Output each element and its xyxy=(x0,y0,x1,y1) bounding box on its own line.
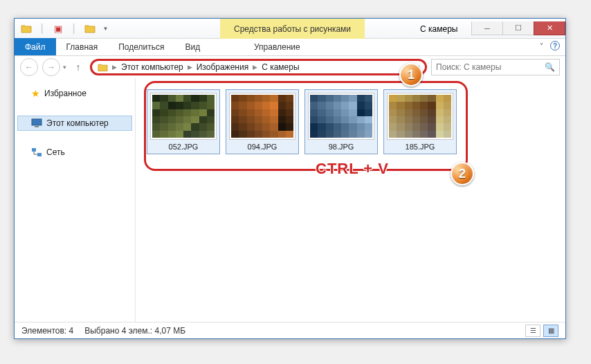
annotation-marker-1: 1 xyxy=(399,63,423,87)
thumbnail-image xyxy=(387,93,453,140)
status-bar: Элементов: 4 Выбрано 4 элем.: 4,07 МБ ☰ … xyxy=(15,322,565,338)
minimize-button[interactable]: ─ xyxy=(471,21,503,35)
file-name: 094.JPG xyxy=(248,143,278,151)
folder-icon xyxy=(20,23,32,35)
back-button[interactable]: ← xyxy=(20,58,38,76)
file-thumbnails: 052.JPG 094.JPG 98.JPG 185.JPG xyxy=(144,84,565,160)
status-selection: Выбрано 4 элем.: 4,07 МБ xyxy=(84,326,185,336)
thumbnail-image xyxy=(150,93,217,140)
contextual-tab-group: Средства работы с рисунками С камеры xyxy=(220,19,471,39)
qa-separator: | xyxy=(36,23,48,35)
navigation-pane: ★ Избранное Этот компьютер Сеть xyxy=(15,78,136,322)
computer-icon xyxy=(31,118,42,128)
window-controls: ─ ☐ ✕ xyxy=(472,21,565,35)
nav-this-pc[interactable]: Этот компьютер xyxy=(17,116,132,131)
close-button[interactable]: ✕ xyxy=(534,21,565,35)
manage-tab[interactable]: Управление xyxy=(244,38,311,55)
quick-access-toolbar: | ▣ | ▼ xyxy=(15,23,117,35)
file-item[interactable]: 094.JPG xyxy=(226,89,299,154)
status-item-count: Элементов: 4 xyxy=(21,326,73,336)
properties-icon[interactable]: ▣ xyxy=(52,23,64,35)
annotation-marker-2: 2 xyxy=(451,162,474,185)
file-name: 98.JPG xyxy=(329,143,354,151)
star-icon: ★ xyxy=(31,88,40,99)
ribbon-tabs: Файл Главная Поделиться Вид Управление ˅… xyxy=(15,39,565,56)
search-input[interactable] xyxy=(436,62,542,72)
file-item[interactable]: 185.JPG xyxy=(383,89,457,154)
chevron-right-icon[interactable]: ▶ xyxy=(251,64,259,71)
nav-label: Этот компьютер xyxy=(46,118,109,128)
home-tab[interactable]: Главная xyxy=(56,38,109,55)
annotation-text: CTRL + V xyxy=(316,160,389,178)
nav-label: Сеть xyxy=(46,147,65,157)
explorer-window: | ▣ | ▼ Средства работы с рисунками С ка… xyxy=(14,18,566,339)
breadcrumb-current[interactable]: С камеры xyxy=(262,62,299,72)
picture-tools-tab-header: Средства работы с рисунками xyxy=(220,19,365,39)
nav-network[interactable]: Сеть xyxy=(17,145,132,160)
content-area[interactable]: 052.JPG 094.JPG 98.JPG 185.JPG CTRL + V xyxy=(136,78,565,322)
navigation-toolbar: ← → ▾ ↑ ▶ Этот компьютер ▶ Изображения ▶… xyxy=(15,56,565,78)
maximize-button[interactable]: ☐ xyxy=(502,21,534,35)
file-name: 185.JPG xyxy=(406,143,435,151)
qa-dropdown-icon[interactable]: ▼ xyxy=(100,23,111,35)
svg-rect-3 xyxy=(37,153,42,156)
search-box[interactable]: 🔍 xyxy=(431,59,560,75)
nav-label: Избранное xyxy=(44,89,87,98)
thumbnail-image xyxy=(308,93,374,140)
file-item[interactable]: 98.JPG xyxy=(304,89,378,154)
help-icon[interactable]: ? xyxy=(550,41,560,51)
chevron-right-icon[interactable]: ▶ xyxy=(111,64,118,71)
view-tab[interactable]: Вид xyxy=(174,38,210,55)
thumbnail-image xyxy=(229,93,296,140)
share-tab[interactable]: Поделиться xyxy=(108,38,174,55)
expand-ribbon-icon[interactable]: ˅ xyxy=(540,42,543,50)
file-name: 052.JPG xyxy=(169,143,199,151)
title-bar: | ▣ | ▼ Средства работы с рисунками С ка… xyxy=(15,19,565,39)
window-title: С камеры xyxy=(406,19,471,39)
details-view-button[interactable]: ☰ xyxy=(525,325,540,337)
qa-separator: | xyxy=(68,23,80,35)
file-tab[interactable]: Файл xyxy=(15,38,56,55)
breadcrumb-root[interactable]: Этот компьютер xyxy=(121,62,183,72)
thumbnails-view-button[interactable]: ▦ xyxy=(543,325,558,337)
explorer-body: ★ Избранное Этот компьютер Сеть xyxy=(15,78,565,322)
file-item[interactable]: 052.JPG xyxy=(147,89,220,154)
recent-locations-icon[interactable]: ▾ xyxy=(63,64,66,71)
search-icon[interactable]: 🔍 xyxy=(545,62,555,72)
forward-button[interactable]: → xyxy=(42,58,60,76)
chevron-right-icon[interactable]: ▶ xyxy=(186,64,194,71)
folder-icon xyxy=(98,63,108,72)
nav-favorites[interactable]: ★ Избранное xyxy=(17,85,132,102)
svg-rect-0 xyxy=(32,119,42,125)
network-icon xyxy=(31,147,42,157)
svg-rect-2 xyxy=(32,148,36,152)
address-bar[interactable]: ▶ Этот компьютер ▶ Изображения ▶ С камер… xyxy=(90,59,427,75)
breadcrumb-pictures[interactable]: Изображения xyxy=(197,62,248,72)
new-folder-icon[interactable] xyxy=(84,23,96,35)
up-button[interactable]: ↑ xyxy=(71,60,86,75)
svg-rect-1 xyxy=(35,126,39,127)
view-switcher: ☰ ▦ xyxy=(525,325,558,337)
